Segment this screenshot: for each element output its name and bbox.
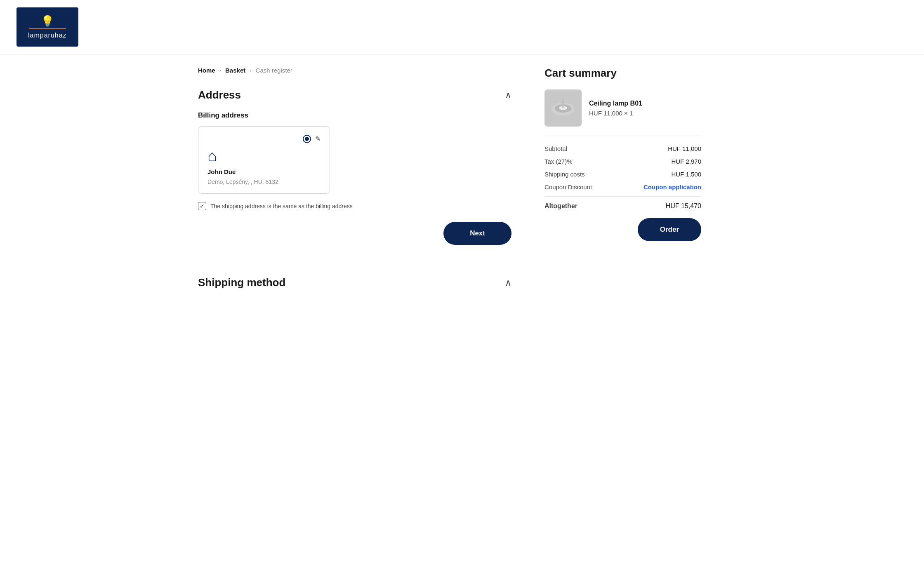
breadcrumb-current: Cash register <box>256 67 292 74</box>
same-address-label: The shipping address is the same as the … <box>210 203 353 209</box>
shipping-header: Shipping method ∧ <box>198 276 512 289</box>
address-detail: Demo, Lepsény, , HU, 8132 <box>207 179 321 185</box>
logo-icon: 💡 <box>41 15 54 28</box>
subtotal-value: HUF 11,000 <box>668 145 701 152</box>
product-image <box>544 89 582 127</box>
address-section-header: Address ∧ <box>198 89 512 101</box>
logo-line <box>29 28 66 29</box>
total-label: Altogether <box>544 202 578 210</box>
order-button[interactable]: Order <box>638 218 701 241</box>
cart-summary-title: Cart summary <box>544 67 701 80</box>
product-price: HUF 11,000 × 1 <box>589 110 701 117</box>
same-address-checkbox[interactable]: ✓ <box>198 202 206 210</box>
order-button-wrap: Order <box>544 218 701 241</box>
address-name: John Due <box>207 168 321 175</box>
next-button[interactable]: Next <box>443 222 512 245</box>
same-address-row: ✓ The shipping address is the same as th… <box>198 202 512 210</box>
address-card-actions: ✎ <box>207 135 321 143</box>
breadcrumb-basket[interactable]: Basket <box>225 67 245 74</box>
product-name: Ceiling lamp B01 <box>589 100 701 107</box>
total-value: HUF 15,470 <box>666 202 701 210</box>
breadcrumb: Home › Basket › Cash register <box>198 67 512 74</box>
radio-inner <box>305 137 309 141</box>
breadcrumb-sep2: › <box>250 67 251 73</box>
address-title: Address <box>198 89 241 101</box>
product-row: Ceiling lamp B01 HUF 11,000 × 1 <box>544 89 701 136</box>
shipping-title: Shipping method <box>198 276 285 289</box>
coupon-label: Coupon Discount <box>544 183 592 190</box>
coupon-application-link[interactable]: Coupon application <box>644 183 701 190</box>
product-info: Ceiling lamp B01 HUF 11,000 × 1 <box>589 100 701 117</box>
next-button-wrap: Next <box>198 222 512 260</box>
svg-rect-3 <box>562 99 564 108</box>
shipping-label: Shipping costs <box>544 171 585 178</box>
home-icon-wrap: ⌂ <box>207 147 321 165</box>
billing-label: Billing address <box>198 111 512 120</box>
left-panel: Home › Basket › Cash register Address ∧ … <box>198 67 512 289</box>
shipping-collapse-icon[interactable]: ∧ <box>505 277 512 288</box>
total-row: Altogether HUF 15,470 <box>544 196 701 210</box>
tax-value: HUF 2,970 <box>671 158 701 165</box>
logo-text: lamparuhaz <box>28 32 67 39</box>
breadcrumb-home[interactable]: Home <box>198 67 215 74</box>
right-panel: Cart summary Ceiling lamp B01 HUF 11,000… <box>544 67 701 289</box>
subtotal-label: Subtotal <box>544 145 567 152</box>
logo[interactable]: 💡 lamparuhaz <box>16 7 78 47</box>
address-radio[interactable] <box>303 135 311 143</box>
coupon-row: Coupon Discount Coupon application <box>544 183 701 190</box>
tax-label: Tax (27)% <box>544 158 573 165</box>
subtotal-row: Subtotal HUF 11,000 <box>544 145 701 152</box>
summary-table: Subtotal HUF 11,000 Tax (27)% HUF 2,970 … <box>544 145 701 210</box>
home-icon: ⌂ <box>207 147 217 165</box>
shipping-section: Shipping method ∧ <box>198 276 512 289</box>
shipping-row: Shipping costs HUF 1,500 <box>544 171 701 178</box>
shipping-value: HUF 1,500 <box>671 171 701 178</box>
product-image-svg <box>549 94 578 122</box>
tax-row: Tax (27)% HUF 2,970 <box>544 158 701 165</box>
address-card: ✎ ⌂ John Due Demo, Lepsény, , HU, 8132 <box>198 126 330 194</box>
breadcrumb-sep1: › <box>219 67 221 73</box>
edit-icon[interactable]: ✎ <box>315 135 321 143</box>
address-collapse-icon[interactable]: ∧ <box>505 90 512 101</box>
